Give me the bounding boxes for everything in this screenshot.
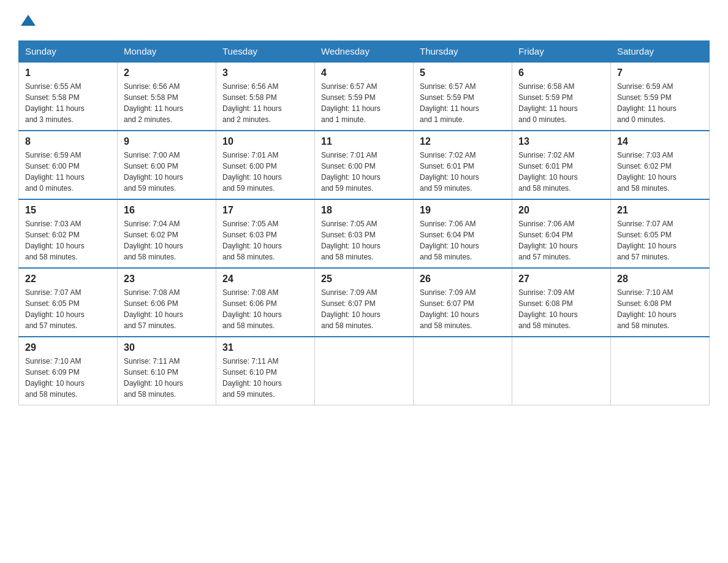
day-number: 8	[25, 136, 111, 147]
day-number: 23	[124, 274, 210, 285]
day-number: 19	[420, 205, 506, 216]
day-info: Sunrise: 6:57 AMSunset: 5:59 PMDaylight:…	[321, 81, 407, 125]
calendar-cell: 28 Sunrise: 7:10 AMSunset: 6:08 PMDaylig…	[611, 268, 710, 337]
day-info: Sunrise: 6:57 AMSunset: 5:59 PMDaylight:…	[420, 81, 506, 125]
day-info: Sunrise: 7:08 AMSunset: 6:06 PMDaylight:…	[222, 287, 308, 331]
calendar-cell: 9 Sunrise: 7:00 AMSunset: 6:00 PMDayligh…	[118, 131, 216, 199]
day-number: 22	[25, 274, 111, 285]
day-number: 10	[222, 136, 308, 147]
calendar-cell: 13 Sunrise: 7:02 AMSunset: 6:01 PMDaylig…	[512, 131, 611, 199]
day-number: 7	[617, 67, 703, 79]
calendar-cell	[414, 337, 512, 405]
day-number: 11	[321, 136, 407, 147]
day-info: Sunrise: 7:05 AMSunset: 6:03 PMDaylight:…	[222, 218, 308, 262]
day-info: Sunrise: 7:08 AMSunset: 6:06 PMDaylight:…	[124, 287, 210, 331]
calendar-cell	[611, 337, 710, 405]
calendar-cell: 24 Sunrise: 7:08 AMSunset: 6:06 PMDaylig…	[216, 268, 315, 337]
calendar-week-5: 29 Sunrise: 7:10 AMSunset: 6:09 PMDaylig…	[19, 337, 710, 405]
day-info: Sunrise: 7:03 AMSunset: 6:02 PMDaylight:…	[25, 218, 111, 262]
day-number: 21	[617, 205, 703, 216]
calendar-week-2: 8 Sunrise: 6:59 AMSunset: 6:00 PMDayligh…	[19, 131, 710, 199]
day-number: 1	[25, 67, 111, 79]
calendar-table: SundayMondayTuesdayWednesdayThursdayFrid…	[18, 40, 710, 405]
calendar-cell: 8 Sunrise: 6:59 AMSunset: 6:00 PMDayligh…	[19, 131, 118, 199]
day-info: Sunrise: 7:10 AMSunset: 6:09 PMDaylight:…	[25, 356, 111, 400]
day-number: 4	[321, 67, 407, 79]
day-info: Sunrise: 7:09 AMSunset: 6:07 PMDaylight:…	[321, 287, 407, 331]
calendar-cell: 25 Sunrise: 7:09 AMSunset: 6:07 PMDaylig…	[315, 268, 414, 337]
calendar-cell: 18 Sunrise: 7:05 AMSunset: 6:03 PMDaylig…	[315, 199, 414, 268]
day-info: Sunrise: 7:09 AMSunset: 6:08 PMDaylight:…	[518, 287, 604, 331]
calendar-cell: 17 Sunrise: 7:05 AMSunset: 6:03 PMDaylig…	[216, 199, 315, 268]
day-info: Sunrise: 7:01 AMSunset: 6:00 PMDaylight:…	[222, 150, 308, 194]
calendar-cell: 10 Sunrise: 7:01 AMSunset: 6:00 PMDaylig…	[216, 131, 315, 199]
day-info: Sunrise: 6:56 AMSunset: 5:58 PMDaylight:…	[222, 81, 308, 125]
calendar-cell: 22 Sunrise: 7:07 AMSunset: 6:05 PMDaylig…	[19, 268, 118, 337]
header-saturday: Saturday	[611, 41, 710, 63]
header-tuesday: Tuesday	[216, 41, 315, 63]
day-info: Sunrise: 7:06 AMSunset: 6:04 PMDaylight:…	[518, 218, 604, 262]
calendar-week-4: 22 Sunrise: 7:07 AMSunset: 6:05 PMDaylig…	[19, 268, 710, 337]
day-number: 20	[518, 205, 604, 216]
day-info: Sunrise: 7:11 AMSunset: 6:10 PMDaylight:…	[124, 356, 210, 400]
calendar-cell: 30 Sunrise: 7:11 AMSunset: 6:10 PMDaylig…	[118, 337, 216, 405]
day-info: Sunrise: 7:02 AMSunset: 6:01 PMDaylight:…	[518, 150, 604, 194]
calendar-cell: 4 Sunrise: 6:57 AMSunset: 5:59 PMDayligh…	[315, 62, 414, 131]
calendar-cell: 16 Sunrise: 7:04 AMSunset: 6:02 PMDaylig…	[118, 199, 216, 268]
calendar-week-1: 1 Sunrise: 6:55 AMSunset: 5:58 PMDayligh…	[19, 62, 710, 131]
calendar-cell: 26 Sunrise: 7:09 AMSunset: 6:07 PMDaylig…	[414, 268, 512, 337]
day-info: Sunrise: 7:00 AMSunset: 6:00 PMDaylight:…	[124, 150, 210, 194]
day-info: Sunrise: 7:04 AMSunset: 6:02 PMDaylight:…	[124, 218, 210, 262]
day-number: 3	[222, 67, 308, 79]
day-number: 15	[25, 205, 111, 216]
calendar-cell: 29 Sunrise: 7:10 AMSunset: 6:09 PMDaylig…	[19, 337, 118, 405]
calendar-cell: 5 Sunrise: 6:57 AMSunset: 5:59 PMDayligh…	[414, 62, 512, 131]
day-number: 18	[321, 205, 407, 216]
day-number: 5	[420, 67, 506, 79]
calendar-header-row: SundayMondayTuesdayWednesdayThursdayFrid…	[19, 41, 710, 63]
day-info: Sunrise: 7:09 AMSunset: 6:07 PMDaylight:…	[420, 287, 506, 331]
day-number: 26	[420, 274, 506, 285]
day-number: 25	[321, 274, 407, 285]
header-wednesday: Wednesday	[315, 41, 414, 63]
header-friday: Friday	[512, 41, 611, 63]
day-info: Sunrise: 6:59 AMSunset: 6:00 PMDaylight:…	[25, 150, 111, 194]
day-number: 17	[222, 205, 308, 216]
day-info: Sunrise: 7:01 AMSunset: 6:00 PMDaylight:…	[321, 150, 407, 194]
logo-icon	[20, 12, 37, 29]
day-info: Sunrise: 6:55 AMSunset: 5:58 PMDaylight:…	[25, 81, 111, 125]
day-number: 24	[222, 274, 308, 285]
day-number: 6	[518, 67, 604, 79]
page-header	[18, 12, 710, 29]
day-number: 30	[124, 342, 210, 353]
calendar-cell: 23 Sunrise: 7:08 AMSunset: 6:06 PMDaylig…	[118, 268, 216, 337]
calendar-cell: 15 Sunrise: 7:03 AMSunset: 6:02 PMDaylig…	[19, 199, 118, 268]
day-number: 14	[617, 136, 703, 147]
day-info: Sunrise: 7:07 AMSunset: 6:05 PMDaylight:…	[617, 218, 703, 262]
calendar-cell: 31 Sunrise: 7:11 AMSunset: 6:10 PMDaylig…	[216, 337, 315, 405]
day-number: 13	[518, 136, 604, 147]
day-info: Sunrise: 7:06 AMSunset: 6:04 PMDaylight:…	[420, 218, 506, 262]
header-thursday: Thursday	[414, 41, 512, 63]
svg-marker-0	[21, 15, 36, 26]
day-number: 16	[124, 205, 210, 216]
calendar-cell: 11 Sunrise: 7:01 AMSunset: 6:00 PMDaylig…	[315, 131, 414, 199]
calendar-cell	[512, 337, 611, 405]
calendar-cell: 12 Sunrise: 7:02 AMSunset: 6:01 PMDaylig…	[414, 131, 512, 199]
day-number: 28	[617, 274, 703, 285]
day-number: 27	[518, 274, 604, 285]
calendar-cell: 14 Sunrise: 7:03 AMSunset: 6:02 PMDaylig…	[611, 131, 710, 199]
day-number: 29	[25, 342, 111, 353]
day-info: Sunrise: 7:05 AMSunset: 6:03 PMDaylight:…	[321, 218, 407, 262]
calendar-cell: 27 Sunrise: 7:09 AMSunset: 6:08 PMDaylig…	[512, 268, 611, 337]
calendar-cell: 2 Sunrise: 6:56 AMSunset: 5:58 PMDayligh…	[118, 62, 216, 131]
day-info: Sunrise: 6:56 AMSunset: 5:58 PMDaylight:…	[124, 81, 210, 125]
calendar-week-3: 15 Sunrise: 7:03 AMSunset: 6:02 PMDaylig…	[19, 199, 710, 268]
calendar-cell: 7 Sunrise: 6:59 AMSunset: 5:59 PMDayligh…	[611, 62, 710, 131]
day-info: Sunrise: 7:02 AMSunset: 6:01 PMDaylight:…	[420, 150, 506, 194]
calendar-cell: 21 Sunrise: 7:07 AMSunset: 6:05 PMDaylig…	[611, 199, 710, 268]
calendar-cell: 20 Sunrise: 7:06 AMSunset: 6:04 PMDaylig…	[512, 199, 611, 268]
logo	[18, 12, 37, 29]
day-info: Sunrise: 7:03 AMSunset: 6:02 PMDaylight:…	[617, 150, 703, 194]
calendar-cell	[315, 337, 414, 405]
